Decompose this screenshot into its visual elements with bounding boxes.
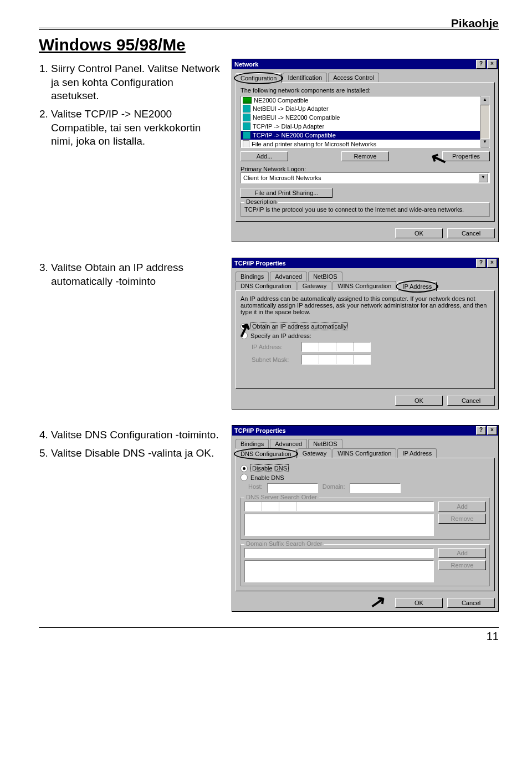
tab-wins-config[interactable]: WINS Configuration	[332, 448, 396, 458]
step-2: Valitse TCP/IP -> NE2000 Compatible, tai…	[51, 108, 222, 149]
tab-gateway[interactable]: Gateway	[298, 448, 331, 458]
tab-access-control[interactable]: Access Control	[328, 73, 379, 82]
description-group: Description TCP/IP is the protocol you u…	[241, 202, 490, 217]
tcpip-dns-titlebar: TCP/IP Properties ? ×	[232, 426, 498, 436]
protocol-icon	[243, 131, 250, 139]
protocol-icon	[243, 105, 250, 112]
suffix-remove-button: Remove	[438, 560, 486, 570]
cancel-button[interactable]: Cancel	[447, 228, 495, 238]
radio-on-icon	[241, 465, 248, 472]
ok-label: OK	[415, 600, 423, 606]
suffix-order-label: Domain Suffix Search Order	[244, 540, 324, 547]
file-print-sharing-button[interactable]: File and Print Sharing...	[241, 188, 332, 198]
tab-netbios[interactable]: NetBIOS	[308, 439, 342, 448]
tab-dns-config[interactable]: DNS Configuration	[236, 281, 296, 290]
add-button[interactable]: Add...	[241, 151, 288, 161]
scrollbar[interactable]: ▲ ▼	[480, 96, 489, 147]
network-intro: The following network components are ins…	[241, 87, 490, 94]
tcpip-dns-title: TCP/IP Properties	[234, 427, 286, 434]
protocol-icon	[243, 114, 250, 121]
protocol-icon	[243, 122, 250, 130]
ok-button[interactable]: OK	[395, 228, 443, 238]
suffix-list	[244, 560, 434, 582]
suffix-add-button: Add	[438, 548, 486, 558]
ip-address-label: IP Address:	[252, 344, 296, 350]
ok-button[interactable]: OK	[395, 598, 443, 608]
ok-button[interactable]: OK	[395, 396, 443, 406]
tab-dns-config[interactable]: DNS Configuration	[236, 449, 296, 458]
domain-field	[350, 483, 401, 493]
page-number: 11	[487, 630, 499, 642]
logon-value: Client for Microsoft Networks	[243, 175, 321, 181]
disable-dns-label: Disable DNS	[250, 464, 289, 472]
help-icon[interactable]: ?	[476, 426, 486, 435]
suffix-field	[244, 548, 434, 558]
tab-advanced[interactable]: Advanced	[270, 439, 307, 448]
tab-bindings[interactable]: Bindings	[236, 439, 269, 448]
tcpip-dialog-dns: TCP/IP Properties ? × Bindings Advanced …	[232, 425, 499, 612]
radio-off-icon	[241, 332, 248, 339]
network-dialog: Network ? × Configuration Identification…	[232, 59, 499, 242]
radio-enable-dns[interactable]: Enable DNS	[241, 474, 490, 481]
radio-disable-dns[interactable]: Disable DNS	[241, 464, 490, 472]
radio-off-icon	[241, 474, 248, 481]
tab-bindings[interactable]: Bindings	[236, 272, 269, 281]
list-item: NetBEUI -> NE2000 Compatible	[253, 114, 340, 121]
tab-identification[interactable]: Identification	[283, 73, 327, 82]
remove-button[interactable]: Remove	[341, 151, 389, 161]
service-icon	[243, 140, 249, 148]
help-icon[interactable]: ?	[476, 259, 486, 268]
tcpip-dialog-ip: TCP/IP Properties ? × Bindings Advanced …	[232, 258, 499, 410]
network-titlebar: Network ? ×	[232, 59, 498, 69]
properties-button[interactable]: Properties	[442, 151, 490, 161]
dns-remove-button: Remove	[438, 514, 486, 524]
domain-label: Domain:	[323, 483, 345, 493]
subnet-mask-label: Subnet Mask:	[252, 356, 296, 363]
host-label: Host:	[248, 483, 263, 493]
list-item: File and printer sharing for Microsoft N…	[252, 141, 376, 147]
suffix-order-group: Domain Suffix Search Order Add Remove	[241, 544, 490, 586]
tcpip-title: TCP/IP Properties	[234, 260, 286, 267]
tcpip-titlebar: TCP/IP Properties ? ×	[232, 258, 498, 268]
tab-ip-address[interactable]: IP Address	[397, 448, 437, 458]
cancel-button[interactable]: Cancel	[447, 598, 495, 608]
radio-obtain-auto[interactable]: Obtain an IP address automatically	[241, 323, 490, 330]
close-icon[interactable]: ×	[487, 60, 497, 69]
instructions-1-2: Siirry Control Panel. Valitse Network ja…	[39, 59, 222, 242]
tab-configuration[interactable]: Configuration	[236, 73, 282, 83]
obtain-auto-label: Obtain an IP address automatically	[250, 323, 348, 330]
host-field	[267, 483, 318, 493]
cancel-button[interactable]: Cancel	[447, 396, 495, 406]
help-icon[interactable]: ?	[476, 60, 486, 69]
tab-wins-config[interactable]: WINS Configuration	[332, 281, 396, 290]
chevron-down-icon[interactable]: ▼	[478, 173, 488, 182]
ip-address-field	[301, 342, 371, 352]
tab-gateway[interactable]: Gateway	[298, 281, 331, 290]
radio-specify-ip[interactable]: Specify an IP address:	[241, 332, 490, 339]
step-4: Valitse DNS Configuration -toiminto.	[51, 428, 222, 442]
enable-dns-label: Enable DNS	[250, 474, 284, 481]
component-list[interactable]: NE2000 Compatible NetBEUI -> Dial-Up Ada…	[241, 96, 490, 148]
step-3: Valitse Obtain an IP address automatical…	[51, 261, 222, 288]
header-label: Pikaohje	[451, 17, 499, 30]
tab-netbios[interactable]: NetBIOS	[308, 272, 342, 281]
adapter-icon	[243, 97, 252, 104]
step-1: Siirry Control Panel. Valitse Network ja…	[51, 62, 222, 103]
dns-list	[244, 514, 434, 536]
network-title: Network	[234, 61, 258, 68]
dns-order-group: DNS Server Search Order Add Remove	[241, 498, 490, 540]
page-title: Windows 95/98/Me	[39, 35, 499, 54]
description-label: Description	[244, 198, 278, 205]
scroll-down-icon[interactable]: ▼	[480, 139, 489, 147]
dns-add-button: Add	[438, 501, 486, 511]
close-icon[interactable]: ×	[487, 426, 497, 435]
description-text: TCP/IP is the protocol you use to connec…	[244, 206, 486, 213]
close-icon[interactable]: ×	[487, 259, 497, 268]
page-footer: 11	[39, 627, 499, 643]
logon-combo[interactable]: Client for Microsoft Networks ▼	[241, 172, 490, 183]
tab-ip-address[interactable]: IP Address	[397, 282, 437, 291]
ip-intro: An IP address can be automatically assig…	[241, 295, 490, 315]
instructions-3: Valitse Obtain an IP address automatical…	[39, 258, 222, 410]
tab-advanced[interactable]: Advanced	[270, 272, 307, 281]
scroll-up-icon[interactable]: ▲	[480, 96, 489, 105]
